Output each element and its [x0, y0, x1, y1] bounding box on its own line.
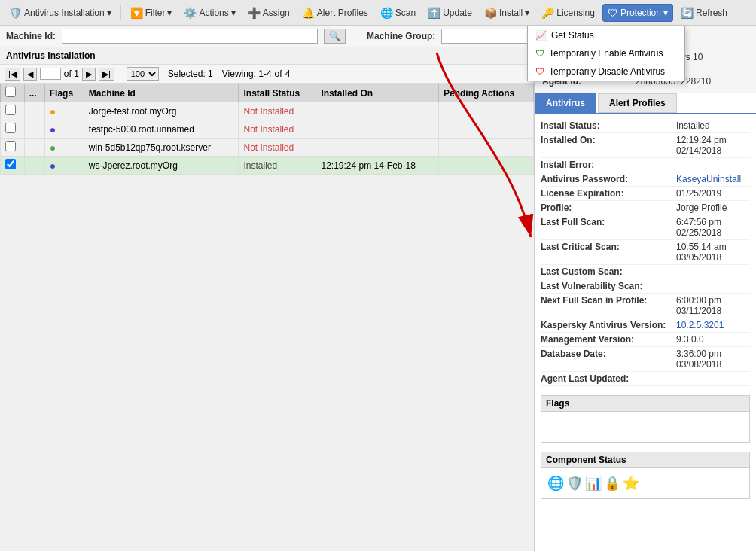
installed-on-cell [316, 120, 439, 139]
select-all-checkbox[interactable] [5, 87, 16, 97]
viewing-total: 4 [285, 68, 291, 79]
dropdown-arrow-icon: ▾ [107, 8, 111, 18]
toolbar: 🛡️ Antivirus Installation ▾ 🔽 Filter ▾ ⚙… [0, 0, 756, 26]
detail-row-last-custom-scan: Last Custom Scan: [541, 265, 750, 279]
detail-row-install-error: Install Error: [541, 158, 750, 172]
page-number-input[interactable]: 1 [40, 68, 61, 80]
pending-actions-cell [439, 102, 534, 120]
protection-dropdown: 📈 Get Status 🛡 Temporarily Enable Antivi… [527, 26, 685, 81]
table-row: ● Jorge-test.root.myOrg Not Installed [1, 102, 534, 120]
install-arrow-icon: ▾ [525, 8, 529, 18]
tab-antivirus[interactable]: Antivirus [535, 93, 596, 113]
assign-btn[interactable]: ➕ Assign [243, 5, 294, 21]
machine-group-input[interactable]: < All Groups > [441, 29, 539, 44]
table-container: ... Flags Machine Id Install Status Inst… [0, 84, 534, 551]
right-panel-tabs: Antivirus Alert Profiles [535, 93, 756, 114]
update-btn[interactable]: ⬆️ Update [423, 5, 477, 21]
detail-row-license-exp: License Expiration: 01/25/2019 [541, 187, 750, 201]
tab-alert-profiles[interactable]: Alert Profiles [598, 93, 677, 113]
prev-page-btn[interactable]: ◀ [23, 68, 37, 81]
viewing-of: of [275, 68, 282, 79]
protection-icon: 🛡 [608, 7, 618, 19]
col-pending-actions[interactable]: Pending Actions [439, 84, 534, 102]
antivirus-icon: 🛡️ [9, 7, 22, 19]
component-content: 🌐 🛡️ 📊 🔒 ⭐ [541, 468, 749, 498]
antivirus-installation-btn[interactable]: 🛡️ Antivirus Installation ▾ [5, 5, 116, 21]
install-status-cell: Not Installed [239, 102, 316, 120]
col-flags[interactable]: Flags [44, 84, 84, 102]
col-install-status[interactable]: Install Status [239, 84, 316, 102]
scan-btn[interactable]: 🌐 Scan [376, 5, 420, 21]
install-btn[interactable]: 📦 Install ▾ [480, 5, 534, 21]
detail-row-installed-on: Installed On: 12:19:24 pm 02/14/2018 [541, 133, 750, 158]
flag-icon: ● [50, 142, 56, 154]
install-status-cell: Not Installed [239, 120, 316, 139]
details-section: Install Status: Installed Installed On: … [535, 114, 756, 391]
disable-antivirus-icon: 🛡 [535, 66, 544, 77]
table-row: ● ws-Jperez.root.myOrg Installed 12:19:2… [1, 157, 534, 175]
flags-content [541, 412, 749, 442]
table-row: ● win-5d5b12qp75q.root.kserver Not Insta… [1, 139, 534, 157]
machine-id-cell: win-5d5b12qp75q.root.kserver [84, 139, 239, 157]
component-icon-3: 📊 [585, 475, 602, 492]
licensing-icon: 🔑 [541, 7, 554, 19]
row-dots [24, 102, 44, 120]
detail-row-install-status: Install Status: Installed [541, 119, 750, 133]
row-checkbox[interactable] [5, 141, 16, 151]
component-icon-4: 🔒 [604, 475, 620, 492]
filter-icon: 🔽 [130, 7, 143, 19]
search-button[interactable]: 🔍 [324, 29, 346, 44]
flag-icon: ● [50, 105, 56, 117]
get-status-item[interactable]: 📈 Get Status [528, 26, 684, 44]
first-page-btn[interactable]: |◀ [5, 68, 20, 81]
pending-actions-cell [439, 139, 534, 157]
col-installed-on[interactable]: Installed On [316, 84, 439, 102]
row-dots [24, 120, 44, 139]
alert-profiles-icon: 🔔 [302, 7, 315, 19]
table-header-row: ... Flags Machine Id Install Status Inst… [1, 84, 534, 102]
row-checkbox[interactable] [5, 123, 16, 133]
detail-row-kaspersky-version: Kaspersky Antivirus Version: 10.2.5.3201 [541, 318, 750, 333]
component-header: Component Status [541, 452, 749, 468]
installed-on-cell [316, 139, 439, 157]
enable-antivirus-item[interactable]: 🛡 Temporarily Enable Antivirus [528, 44, 684, 62]
machine-id-input[interactable] [62, 29, 318, 44]
flag-icon: ● [50, 160, 56, 172]
viewing-label: Viewing: 1-4 [222, 68, 272, 79]
detail-row-last-full-scan: Last Full Scan: 6:47:56 pm 02/25/2018 [541, 215, 750, 240]
alert-profiles-btn[interactable]: 🔔 Alert Profiles [297, 5, 373, 21]
install-icon: 📦 [484, 7, 497, 19]
col-dots: ... [24, 84, 44, 102]
flag-icon: ● [50, 123, 56, 135]
row-checkbox[interactable] [5, 159, 16, 169]
actions-btn[interactable]: ⚙️ Actions ▾ [179, 5, 239, 21]
col-machine-id[interactable]: Machine Id [84, 84, 239, 102]
row-checkbox[interactable] [5, 105, 16, 115]
scan-icon: 🌐 [380, 7, 393, 19]
filter-btn[interactable]: 🔽 Filter ▾ [126, 5, 177, 21]
detail-row-last-vuln-scan: Last Vulnerability Scan: [541, 279, 750, 294]
col-checkbox [1, 84, 25, 102]
install-status-cell: Not Installed [239, 139, 316, 157]
refresh-icon: 🔄 [681, 7, 694, 19]
flags-section: Flags [541, 395, 750, 443]
detail-row-profile: Profile: Jorge Profile [541, 201, 750, 215]
disable-antivirus-item[interactable]: 🛡 Temporarily Disable Antivirus [528, 62, 684, 81]
machine-id-cell: Jorge-test.root.myOrg [84, 102, 239, 120]
next-page-btn[interactable]: ▶ [82, 68, 96, 81]
detail-row-av-password: Antivirus Password: KaseyaUninstall [541, 172, 750, 187]
row-dots [24, 157, 44, 175]
table-row: ● testpc-5000.root.unnamed Not Installed [1, 120, 534, 139]
licensing-btn[interactable]: 🔑 Licensing [537, 5, 599, 21]
get-status-icon: 📈 [535, 30, 547, 41]
pending-actions-cell [439, 157, 534, 175]
selected-count: Selected: 1 [168, 68, 213, 79]
last-page-btn[interactable]: ▶| [99, 68, 114, 81]
detail-row-mgmt-version: Management Version: 9.3.0.0 [541, 333, 750, 347]
right-panel: Operating System: Windows 10 IP Address:… [535, 47, 756, 551]
refresh-btn[interactable]: 🔄 Refresh [676, 5, 732, 21]
per-page-select[interactable]: 100 50 25 [127, 67, 159, 81]
machine-group-label: Machine Group: [367, 31, 435, 41]
protection-btn[interactable]: 🛡 Protection ▾ [602, 4, 673, 22]
machine-id-cell: testpc-5000.root.unnamed [84, 120, 239, 139]
